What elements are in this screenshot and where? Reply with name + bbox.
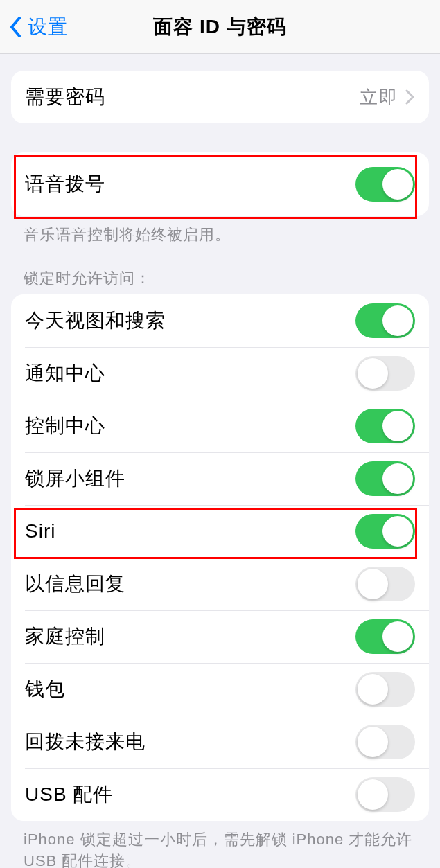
locked-item-switch[interactable] (355, 619, 415, 654)
locked-item-row: Siri (11, 505, 429, 558)
locked-item-switch[interactable] (355, 514, 415, 549)
back-label: 设置 (28, 14, 68, 40)
locked-item-switch[interactable] (355, 356, 415, 391)
switch-knob (382, 305, 413, 336)
locked-item-switch[interactable] (355, 409, 415, 443)
voice-dial-label: 语音拨号 (25, 171, 355, 197)
require-passcode-value: 立即 (360, 85, 398, 109)
locked-item-label: 家庭控制 (25, 623, 355, 650)
locked-item-row: 以信息回复 (11, 558, 429, 610)
locked-item-label: Siri (25, 520, 355, 542)
locked-item-label: 锁屏小组件 (25, 466, 355, 492)
switch-knob (382, 463, 413, 494)
locked-item-row: 通知中心 (11, 347, 429, 400)
locked-item-label: 回拨未接来电 (25, 729, 355, 755)
locked-item-label: 以信息回复 (25, 571, 355, 597)
locked-item-switch[interactable] (355, 672, 415, 707)
locked-item-switch[interactable] (355, 725, 415, 759)
switch-knob (382, 169, 413, 200)
require-passcode-row[interactable]: 需要密码 立即 (11, 71, 429, 123)
locked-item-switch[interactable] (355, 461, 415, 496)
switch-knob (382, 411, 413, 441)
locked-item-row: 控制中心 (11, 400, 429, 452)
switch-knob (358, 569, 388, 599)
switch-knob (358, 727, 388, 757)
usb-caption: iPhone 锁定超过一小时后，需先解锁 iPhone 才能允许 USB 配件连… (24, 829, 416, 868)
locked-item-label: 通知中心 (25, 360, 355, 387)
locked-item-row: 家庭控制 (11, 610, 429, 663)
require-passcode-label: 需要密码 (25, 84, 360, 110)
navbar: 设置 面容 ID 与密码 (0, 0, 440, 54)
locked-item-label: 今天视图和搜索 (25, 308, 355, 334)
switch-knob (358, 674, 388, 705)
voice-dial-caption: 音乐语音控制将始终被启用。 (24, 224, 416, 246)
locked-item-row: 回拨未接来电 (11, 716, 429, 768)
back-button[interactable]: 设置 (7, 0, 71, 54)
locked-item-row: USB 配件 (11, 768, 429, 821)
locked-access-header: 锁定时允许访问： (24, 268, 416, 289)
locked-item-label: USB 配件 (25, 781, 355, 808)
voice-dial-group: 语音拨号 (11, 152, 429, 216)
chevron-right-icon (405, 89, 415, 105)
locked-item-row: 锁屏小组件 (11, 452, 429, 505)
chevron-left-icon (10, 17, 22, 37)
locked-access-group: 今天视图和搜索通知中心控制中心锁屏小组件Siri以信息回复家庭控制钱包回拨未接来… (11, 294, 429, 821)
locked-item-switch[interactable] (355, 567, 415, 601)
switch-knob (358, 779, 388, 810)
locked-item-row: 钱包 (11, 663, 429, 716)
switch-knob (382, 621, 413, 652)
locked-item-switch[interactable] (355, 303, 415, 338)
locked-item-label: 钱包 (25, 676, 355, 702)
locked-item-switch[interactable] (355, 777, 415, 812)
voice-dial-switch[interactable] (355, 167, 415, 202)
switch-knob (358, 358, 388, 389)
locked-item-row: 今天视图和搜索 (11, 294, 429, 347)
locked-item-label: 控制中心 (25, 413, 355, 439)
voice-dial-row: 语音拨号 (11, 152, 429, 216)
require-passcode-group: 需要密码 立即 (11, 71, 429, 123)
switch-knob (382, 516, 413, 547)
